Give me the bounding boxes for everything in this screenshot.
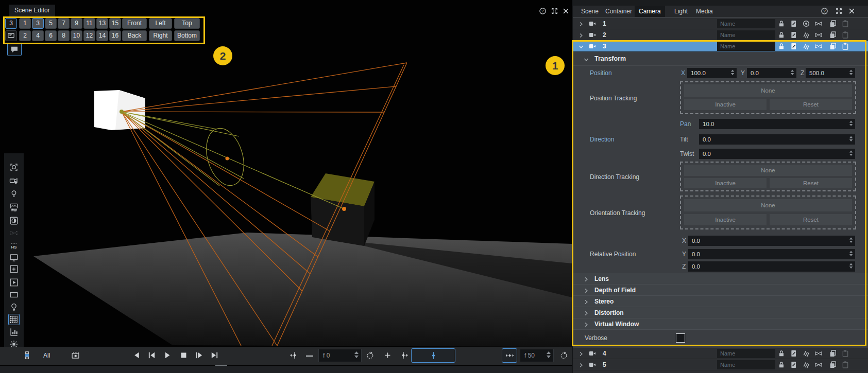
panel-help-icon[interactable]: ? <box>820 7 829 15</box>
view-button-2[interactable]: 2 <box>19 30 31 41</box>
view-button-7[interactable]: 7 <box>58 18 70 29</box>
view-button-top[interactable]: Top <box>174 18 200 29</box>
stop-icon[interactable] <box>178 350 189 360</box>
view-button-10[interactable]: 10 <box>71 30 82 41</box>
frustum-icon[interactable] <box>814 20 823 28</box>
frustum-icon[interactable] <box>814 31 823 40</box>
section-distortion[interactable]: Distortion <box>573 307 868 318</box>
expand-icon[interactable] <box>578 350 585 357</box>
stats-icon[interactable] <box>8 326 20 338</box>
section-stereo[interactable]: Stereo <box>573 296 868 307</box>
frustum-inactive-icon[interactable] <box>8 227 20 239</box>
camera-name-input[interactable]: Name <box>717 19 775 28</box>
view-button-14[interactable]: 14 <box>96 30 108 41</box>
3d-viewport[interactable] <box>0 0 572 347</box>
keyframe-mode-button[interactable] <box>411 348 455 363</box>
inactive-button[interactable]: Inactive <box>684 178 767 188</box>
tab-container[interactable]: Container <box>601 6 636 17</box>
grid-icon[interactable] <box>8 314 20 325</box>
frame-spinner[interactable] <box>354 351 359 360</box>
spinner[interactable] <box>849 263 853 270</box>
reset-button[interactable]: Reset <box>770 214 852 225</box>
active-view-button[interactable]: 3 <box>5 18 17 29</box>
camera-row-3-selected[interactable]: 3 Name <box>573 41 868 52</box>
paste-icon[interactable] <box>841 20 850 28</box>
filter-all-button[interactable]: All <box>43 352 50 359</box>
reset-button[interactable]: Reset <box>770 99 852 110</box>
collapse-icon[interactable] <box>578 43 585 50</box>
autokey-button[interactable] <box>502 348 517 363</box>
relative-z-field[interactable]: 0.0 <box>688 261 855 272</box>
panel-close-icon[interactable] <box>847 7 856 15</box>
keyframe-prev-icon[interactable] <box>288 350 299 360</box>
loop-icon[interactable] <box>365 350 375 360</box>
annotation-icon[interactable] <box>790 20 798 28</box>
tab-light[interactable]: Light <box>670 6 692 17</box>
spinner[interactable] <box>849 151 853 157</box>
section-depth-of-field[interactable]: Depth of Field <box>573 285 868 296</box>
preview-icon[interactable] <box>8 277 20 288</box>
bulb-icon[interactable] <box>8 301 20 313</box>
copy-icon[interactable] <box>829 20 838 28</box>
reset-button[interactable]: Reset <box>770 178 852 188</box>
bounds-icon[interactable] <box>8 289 20 300</box>
copy-icon[interactable] <box>829 361 838 369</box>
spinner[interactable] <box>791 70 794 77</box>
expand-icon[interactable] <box>578 31 585 39</box>
jump-start-icon[interactable] <box>146 350 157 360</box>
view-button-3[interactable]: 3 <box>32 18 44 29</box>
hidden-icon[interactable] <box>802 42 811 51</box>
view-button-15[interactable]: 15 <box>109 18 121 29</box>
camera-row-2[interactable]: 2 Name <box>573 29 868 41</box>
view-button-6[interactable]: 6 <box>45 30 57 41</box>
copy-icon[interactable] <box>829 31 838 40</box>
expand-icon[interactable] <box>578 20 585 27</box>
focus-icon[interactable] <box>8 162 20 173</box>
view-button-12[interactable]: 12 <box>83 30 95 41</box>
speech-bubble-icon[interactable] <box>7 43 22 56</box>
view-button-right[interactable]: Right <box>149 30 172 41</box>
view-button-8[interactable]: 8 <box>58 30 70 41</box>
spinner[interactable] <box>849 121 853 128</box>
monitor-icon[interactable] <box>8 252 20 263</box>
annotation-icon[interactable] <box>790 31 798 40</box>
frustum-icon[interactable] <box>814 361 823 369</box>
hidden-icon[interactable] <box>802 31 811 40</box>
play-reverse-icon[interactable] <box>131 350 142 360</box>
section-lens[interactable]: Lens <box>573 273 868 285</box>
headsup-icon[interactable]: HS <box>8 241 20 252</box>
view-button-4[interactable]: 4 <box>32 30 44 41</box>
tab-media[interactable]: Media <box>692 6 717 17</box>
spinner[interactable] <box>849 251 853 258</box>
frustum-icon[interactable] <box>814 349 823 358</box>
view-button-11[interactable]: 11 <box>83 18 95 29</box>
position-x-field[interactable]: 100.0 <box>687 68 737 78</box>
visible-icon[interactable] <box>802 20 811 28</box>
paste-icon[interactable] <box>841 31 850 40</box>
camera-row-1[interactable]: 1 Name <box>573 18 868 29</box>
lock-icon[interactable] <box>777 20 786 28</box>
paste-icon[interactable] <box>841 361 850 369</box>
camera-name-input[interactable]: Name <box>717 349 775 358</box>
keyframe-next-icon[interactable] <box>399 350 409 360</box>
camera-name-input[interactable]: Name <box>717 360 775 369</box>
lock-icon[interactable] <box>777 42 786 51</box>
contrast-icon[interactable] <box>8 215 20 226</box>
frame-end-field[interactable]: f 50 <box>520 349 554 362</box>
paste-icon[interactable] <box>841 349 850 358</box>
inactive-button[interactable]: Inactive <box>684 99 767 110</box>
none-button[interactable]: None <box>684 165 852 176</box>
annotation-icon[interactable] <box>790 349 798 358</box>
position-z-field[interactable]: 500.0 <box>806 68 855 78</box>
camera-name-input[interactable]: Name <box>717 42 775 51</box>
view-button-9[interactable]: 9 <box>71 18 82 29</box>
lock-icon[interactable] <box>777 349 786 358</box>
hidden-icon[interactable] <box>802 361 811 369</box>
lock-icon[interactable] <box>777 361 786 369</box>
view-button-5[interactable]: 5 <box>45 18 57 29</box>
camera-visibility-icon[interactable] <box>8 175 20 186</box>
relative-x-field[interactable]: 0.0 <box>688 236 855 246</box>
safe-frame-icon[interactable] <box>8 263 20 275</box>
panel-maximize-icon[interactable] <box>835 7 843 15</box>
multiview-icon[interactable] <box>22 350 32 360</box>
